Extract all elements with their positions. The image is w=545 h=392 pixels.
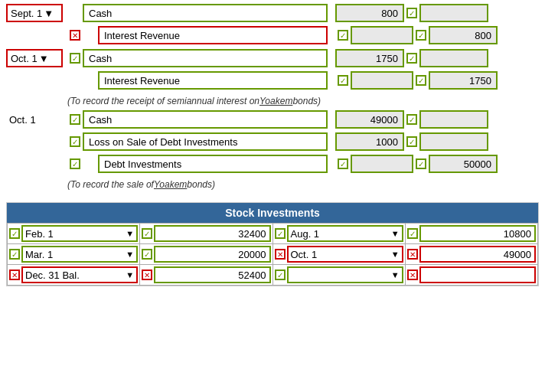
account-cash-sale[interactable]	[83, 110, 328, 129]
debit-1000: 1000	[335, 132, 404, 151]
cb-oct1-cash[interactable]: ✓	[70, 53, 80, 64]
account-cash-1[interactable]	[83, 4, 328, 22]
cb-x-1[interactable]: ✕	[70, 30, 80, 41]
date-sept1-label: Sept. 1	[11, 8, 42, 19]
debit-49000: 49000	[335, 110, 404, 129]
date-oct1-b-label: Oct. 1	[6, 114, 36, 126]
date-oct1-a[interactable]: Oct. 1 ▼	[6, 49, 63, 67]
cb-49000-stock[interactable]: ✕	[407, 249, 418, 260]
date-empty[interactable]: ▼	[287, 266, 403, 283]
credit-empty-1	[419, 4, 488, 22]
cb-debit-ir2[interactable]: ✓	[338, 75, 348, 86]
date-feb1[interactable]: Feb. 1 ▼	[21, 225, 138, 242]
amount-10800: 10800	[419, 225, 536, 242]
date-dec31[interactable]: Dec. 31 Bal. ▼	[21, 266, 138, 283]
date-mar1[interactable]: Mar. 1 ▼	[21, 246, 138, 263]
stock-investments-header: Stock Investments	[7, 203, 538, 223]
cb-credit-2[interactable]: ✓	[406, 53, 417, 64]
amount-49000-stock: 49000	[419, 246, 536, 263]
cb-debit-debt[interactable]: ✓	[338, 158, 348, 169]
cb-mar1[interactable]: ✓	[9, 249, 20, 260]
amount-32400: 32400	[154, 225, 270, 242]
credit-50000: 50000	[429, 155, 498, 173]
cb-credit-sale2[interactable]: ✓	[406, 136, 417, 147]
credit-empty-sale2	[419, 132, 488, 151]
date-aug1[interactable]: Aug. 1 ▼	[287, 225, 403, 242]
debit-empty-debt	[351, 155, 413, 173]
debit-800: 800	[335, 4, 404, 22]
account-cash-2[interactable]	[83, 49, 328, 67]
account-interest-revenue-1[interactable]	[98, 26, 328, 44]
cb-dec31[interactable]: ✕	[9, 270, 20, 280]
cb-cash-sale[interactable]: ✓	[70, 114, 80, 125]
cb-empty-amount[interactable]: ✕	[407, 270, 418, 280]
date-oct1-stock[interactable]: Oct. 1 ▼	[287, 246, 403, 263]
date-oct1-a-label: Oct. 1	[11, 53, 38, 64]
account-loss-sale[interactable]	[83, 132, 328, 151]
credit-empty-2	[419, 49, 488, 67]
cb-loss-sale[interactable]: ✓	[70, 136, 80, 147]
credit-800: 800	[429, 26, 498, 44]
account-interest-revenue-2[interactable]	[98, 71, 328, 90]
amount-52400: 52400	[154, 266, 270, 283]
cb-aug1[interactable]: ✓	[275, 228, 286, 239]
credit-empty-sale1	[419, 110, 488, 129]
cb-feb1[interactable]: ✓	[9, 228, 20, 239]
cb-debt-inv[interactable]: ✓	[70, 158, 80, 169]
amount-empty	[419, 266, 536, 283]
cb-oct1-stock[interactable]: ✕	[275, 249, 286, 260]
account-debt-investments[interactable]	[98, 155, 328, 173]
cb-credit-1[interactable]: ✓	[406, 8, 417, 18]
date-sept1[interactable]: Sept. 1 ▼	[6, 4, 63, 22]
cb-52400[interactable]: ✕	[142, 270, 152, 280]
credit-1750: 1750	[429, 71, 498, 90]
debit-empty-ir1	[351, 26, 413, 44]
cb-credit-debt[interactable]: ✓	[416, 158, 426, 169]
amount-20000: 20000	[154, 246, 270, 263]
cb-credit-ir1[interactable]: ✓	[416, 30, 426, 41]
cb-20000[interactable]: ✓	[142, 249, 152, 260]
cb-credit-sale1[interactable]: ✓	[406, 114, 417, 125]
cb-32400[interactable]: ✓	[142, 228, 152, 239]
cb-credit-ir2[interactable]: ✓	[416, 75, 426, 86]
debit-empty-ir2	[351, 71, 413, 90]
note-yoakem-sale: (To record the sale of Yoakem bonds)	[6, 176, 539, 193]
debit-1750: 1750	[335, 49, 404, 67]
cb-empty-date[interactable]: ✓	[275, 270, 286, 280]
note-yoakem-interest: (To record the receipt of semiannual int…	[6, 93, 539, 109]
cb-debit-ir1[interactable]: ✓	[338, 30, 348, 41]
cb-10800[interactable]: ✓	[407, 228, 418, 239]
